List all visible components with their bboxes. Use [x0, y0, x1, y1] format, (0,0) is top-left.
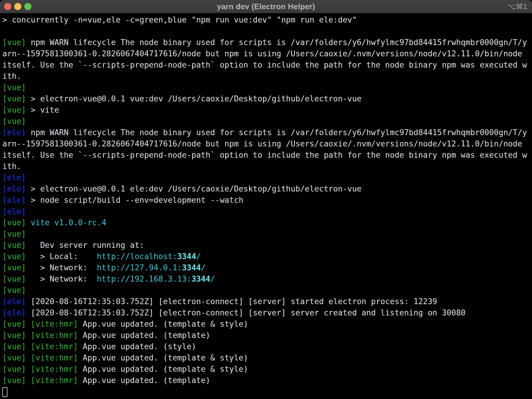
- minimize-button[interactable]: [14, 3, 21, 10]
- terminal-line: [ele] > electron-vue@0.0.1 ele:dev /User…: [2, 183, 532, 194]
- terminal-line: [vue]: [2, 285, 532, 296]
- terminal-line: [vue] > Local: http://localhost:3344/: [2, 251, 532, 262]
- terminal-window: yarn dev (Electron Helper) ⌥⌘1 > concurr…: [0, 0, 532, 399]
- traffic-lights: [4, 0, 31, 13]
- terminal-line: [vue] [vite:hmr] App.vue updated. (templ…: [2, 375, 532, 386]
- terminal-line: [vue] > Network: http://127.94.0.1:3344/: [2, 262, 532, 273]
- terminal-line: [2, 25, 532, 37]
- tab-shortcut-badge: ⌥⌘1: [507, 0, 527, 13]
- terminal-line: [vue] [vite:hmr] App.vue updated. (templ…: [2, 352, 532, 363]
- terminal-body[interactable]: > concurrently -n=vue,ele -c=green,blue …: [0, 13, 532, 399]
- terminal-line: itself. Use the `--scripts-prepend-node-…: [2, 59, 532, 71]
- terminal-line: [ele] > node script/build --env=developm…: [2, 194, 532, 206]
- terminal-line: [vue]: [2, 82, 532, 93]
- terminal-line: [ele] [2020-08-16T12:35:03.752Z] [electr…: [2, 296, 532, 307]
- terminal-line: [vue]: [2, 228, 532, 240]
- terminal-line: [ele] [2020-08-16T12:35:03.752Z] [electr…: [2, 307, 532, 318]
- terminal-line: [vue] npm WARN lifecycle The node binary…: [2, 37, 532, 48]
- terminal-line: itself. Use the `--scripts-prepend-node-…: [2, 149, 532, 161]
- terminal-line: ith.: [2, 71, 532, 82]
- cursor: [2, 387, 7, 397]
- terminal-line: arn--1597581300361-0.2826067404717616/no…: [2, 138, 532, 149]
- terminal-line: ith.: [2, 161, 532, 172]
- terminal-line: [vue] [vite:hmr] App.vue updated. (templ…: [2, 318, 532, 330]
- terminal-line: [vue] > Network: http://192.168.3.13:334…: [2, 273, 532, 285]
- terminal-line: arn--1597581300361-0.2826067404717616/no…: [2, 48, 532, 59]
- terminal-line: [2, 386, 532, 397]
- terminal-line: [vue] Dev server running at:: [2, 240, 532, 251]
- terminal-line: [vue] > vite: [2, 104, 532, 116]
- terminal-line: > concurrently -n=vue,ele -c=green,blue …: [2, 14, 532, 25]
- terminal-line: [ele]: [2, 206, 532, 217]
- zoom-button[interactable]: [24, 3, 31, 10]
- terminal-line: [vue]: [2, 116, 532, 127]
- titlebar[interactable]: yarn dev (Electron Helper) ⌥⌘1: [0, 0, 532, 13]
- window-title: yarn dev (Electron Helper): [217, 2, 315, 11]
- terminal-line: [vue] [vite:hmr] App.vue updated. (templ…: [2, 330, 532, 341]
- terminal-line: [vue] [vite:hmr] App.vue updated. (style…: [2, 341, 532, 352]
- terminal-line: [vue] vite v1.0.0-rc.4: [2, 217, 532, 228]
- terminal-line: [vue] [vite:hmr] App.vue updated. (templ…: [2, 363, 532, 375]
- terminal-line: [vue] > electron-vue@0.0.1 vue:dev /User…: [2, 93, 532, 104]
- terminal-line: [ele]: [2, 172, 532, 183]
- terminal-line: [ele] npm WARN lifecycle The node binary…: [2, 127, 532, 138]
- close-button[interactable]: [4, 3, 11, 10]
